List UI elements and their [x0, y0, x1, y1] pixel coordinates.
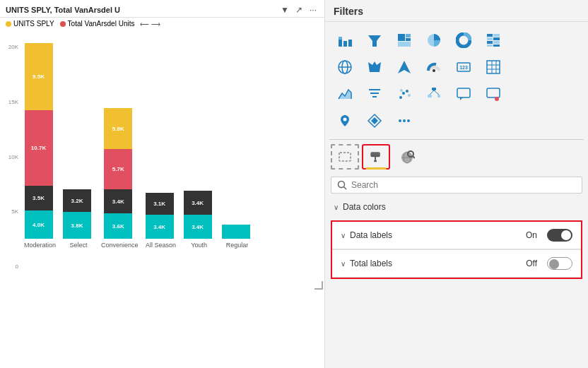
- panel-title-text: Filters: [334, 6, 363, 17]
- funnel-icon[interactable]: [360, 28, 389, 53]
- data-labels-row[interactable]: ∨ Data labels On: [332, 222, 581, 249]
- more-visuals-icon[interactable]: [390, 108, 418, 133]
- bar-label-allseason: All Season: [146, 242, 176, 249]
- panel-title: Filters: [325, 0, 588, 22]
- speech-bubble-icon[interactable]: [449, 81, 478, 107]
- legend-vanarsdel-label: Total VanArsdel Units: [68, 20, 135, 28]
- y-axis: 20K 15K 10K 5K 0: [0, 44, 20, 270]
- svg-rect-15: [487, 41, 493, 44]
- bar-label-convenience: Convenience: [101, 242, 139, 249]
- bar-stack-regular: [222, 225, 253, 239]
- total-labels-row[interactable]: ∨ Total labels Off: [332, 250, 581, 278]
- svg-rect-6: [406, 34, 411, 37]
- legend-arrows: ⟵ ⟶: [140, 20, 160, 28]
- gauge-icon[interactable]: [420, 54, 448, 80]
- svg-line-66: [344, 187, 347, 190]
- svg-point-23: [433, 69, 435, 72]
- search-box[interactable]: [331, 177, 582, 194]
- svg-rect-3: [348, 40, 352, 47]
- bar-seg: 3.4K: [184, 215, 212, 239]
- svg-rect-17: [487, 44, 493, 47]
- labels-section: ∨ Data labels On ∨ Total labels Off: [331, 220, 582, 279]
- bar-label-moderation: Moderation: [24, 242, 56, 249]
- analytics-icon[interactable]: [393, 144, 421, 170]
- bar-group-regular: Regular: [222, 225, 253, 249]
- map-icon[interactable]: [331, 108, 359, 133]
- scatter-chart-icon[interactable]: [390, 81, 418, 107]
- fields-icon[interactable]: [331, 144, 359, 170]
- bar-seg: 3.8K: [63, 212, 91, 239]
- data-labels-toggle[interactable]: [547, 229, 572, 242]
- more-options-icon[interactable]: ···: [307, 4, 319, 16]
- svg-point-53: [407, 119, 410, 122]
- resize-handle[interactable]: [314, 281, 323, 290]
- donut-chart-icon[interactable]: [449, 28, 478, 53]
- bars-container: 4.0K 3.5K 10.7K 9.5K Moderation 3.8K 3.2…: [21, 37, 317, 249]
- bar-seg: 3.6K: [104, 213, 132, 239]
- matrix-icon[interactable]: [479, 28, 507, 53]
- smart-narrative-icon[interactable]: [479, 81, 507, 107]
- filter-pane-icon[interactable]: [360, 81, 389, 107]
- decomposition-icon[interactable]: [420, 81, 448, 107]
- globe-icon[interactable]: [331, 54, 359, 80]
- legend-item-sply: UNITS SPLY: [6, 20, 54, 28]
- total-labels-toggle[interactable]: [547, 257, 572, 270]
- svg-rect-58: [374, 160, 377, 162]
- svg-line-64: [413, 156, 415, 158]
- chart-header: UNITS SPLY, Total VanArsdel U ▼ ↗ ···: [0, 0, 324, 18]
- bar-label-regular: Regular: [226, 242, 249, 249]
- svg-point-51: [399, 119, 401, 122]
- treemap-icon[interactable]: [390, 28, 418, 53]
- format-toolbar: [325, 140, 588, 174]
- svg-rect-14: [493, 37, 500, 40]
- chart-area: 20K 15K 10K 5K 0 4.0K 3.5K 10.7K 9.5K Mo…: [0, 30, 324, 291]
- legend-item-vanarsdel: Total VanArsdel Units: [60, 20, 135, 28]
- format-paint-icon[interactable]: [362, 144, 390, 170]
- bar-seg: 3.4K: [146, 215, 174, 239]
- stacked-bar-chart-icon[interactable]: [331, 28, 359, 53]
- legend-vanarsdel-dot: [60, 21, 66, 27]
- bar-seg: 5.8K: [104, 108, 132, 149]
- total-labels-label: Total labels: [350, 259, 522, 268]
- card-icon[interactable]: 123: [449, 54, 478, 80]
- legend-sply-label: UNITS SPLY: [13, 20, 54, 28]
- svg-rect-2: [343, 41, 347, 47]
- data-colors-label: Data colors: [343, 202, 386, 212]
- filled-map-icon[interactable]: [360, 54, 389, 80]
- search-input[interactable]: [351, 180, 576, 190]
- svg-marker-22: [398, 61, 411, 73]
- bar-stack-allseason: 3.4K 3.1K: [146, 193, 177, 239]
- bar-seg: 3.5K: [25, 186, 53, 210]
- svg-point-38: [400, 89, 403, 92]
- chart-legend: UNITS SPLY Total VanArsdel Units ⟵ ⟶: [0, 18, 324, 30]
- pie-chart-icon[interactable]: [420, 28, 448, 53]
- area-chart-icon[interactable]: [331, 81, 359, 107]
- svg-rect-39: [432, 88, 436, 90]
- total-labels-knob: [549, 259, 559, 269]
- chart-toolbar: ▼ ↗ ···: [279, 4, 319, 16]
- bar-seg: 5.7K: [104, 149, 132, 189]
- bar-seg: 3.2K: [63, 189, 91, 212]
- bar-seg: 3.1K: [146, 193, 174, 215]
- svg-text:123: 123: [459, 65, 468, 70]
- bar-seg: [222, 225, 250, 239]
- svg-point-47: [495, 97, 499, 101]
- data-labels-knob: [561, 230, 571, 240]
- svg-rect-59: [371, 153, 380, 156]
- svg-rect-16: [493, 41, 500, 44]
- diamond-icon[interactable]: [360, 108, 389, 133]
- chart-title: UNITS SPLY, Total VanArsdel U: [6, 6, 120, 14]
- expand-icon[interactable]: ↗: [293, 4, 305, 16]
- navigation-arrow-icon[interactable]: [390, 54, 418, 80]
- svg-point-35: [402, 92, 405, 95]
- chart-panel: UNITS SPLY, Total VanArsdel U ▼ ↗ ··· UN…: [0, 0, 325, 368]
- right-panel: Filters: [325, 0, 588, 368]
- bar-group-youth: 3.4K 3.4K Youth: [184, 191, 215, 249]
- bar-seg: 3.4K: [104, 189, 132, 213]
- bar-stack-select: 3.8K 3.2K: [63, 189, 94, 239]
- data-colors-row[interactable]: ∨ Data colors: [325, 196, 588, 218]
- filter-icon[interactable]: ▼: [279, 4, 290, 16]
- chevron-total-labels: ∨: [341, 260, 346, 268]
- svg-rect-44: [457, 88, 470, 97]
- table-icon[interactable]: [479, 54, 507, 80]
